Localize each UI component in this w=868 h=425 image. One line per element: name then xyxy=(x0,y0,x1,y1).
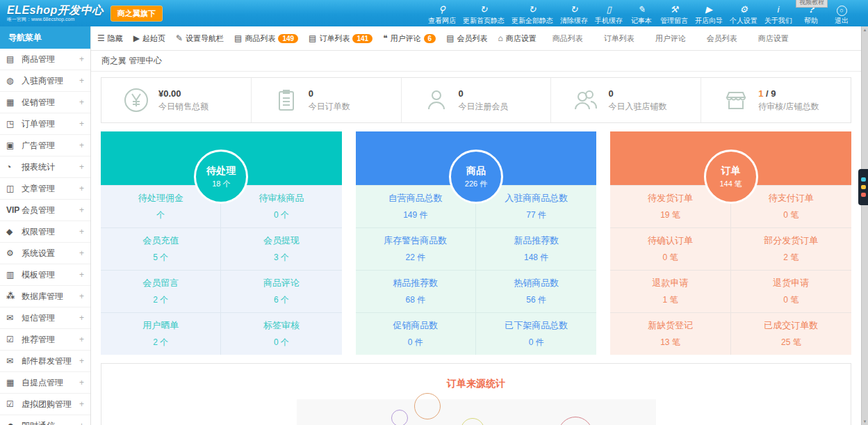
expand-plus-icon[interactable]: + xyxy=(79,205,84,215)
manage-messages-wrench-icon[interactable]: ⚒ 管理留言 xyxy=(657,1,691,26)
open-tab[interactable]: 会员列表 xyxy=(707,33,737,44)
card-cell[interactable]: 新品推荐数 148 件 xyxy=(476,227,596,270)
expand-plus-icon[interactable]: + xyxy=(79,335,84,344)
cell-value: 3 个 xyxy=(274,252,289,264)
sidebar-item[interactable]: ▥ 模板管理 + xyxy=(0,264,90,286)
sidebar-item[interactable]: ☑ 推荐管理 + xyxy=(0,329,90,351)
stat-value: 0 xyxy=(608,88,666,99)
sidebar-item[interactable]: ⁂ 数据库管理 + xyxy=(0,286,90,307)
logout-power-icon[interactable]: ○ 退出 xyxy=(826,1,857,26)
expand-plus-icon[interactable]: + xyxy=(79,119,84,129)
expand-plus-icon[interactable]: + xyxy=(79,378,84,387)
toolbar-item[interactable]: ▤ 商品列表 149 xyxy=(234,33,298,44)
refresh-home-icon[interactable]: ↻ 更新首页静态 xyxy=(459,1,508,26)
toolbar-item[interactable]: ▤ 会员列表 xyxy=(446,33,487,44)
toolbar-items: ☰ 隐藏 ▶ 起始页 ✎ 设置导航栏 xyxy=(97,33,547,44)
toolbar-item[interactable]: ✎ 设置导航栏 xyxy=(176,33,224,44)
sidebar-item[interactable]: ◆ 权限管理 + xyxy=(0,221,90,243)
open-tab[interactable]: 订单列表 xyxy=(604,33,634,44)
mobile-cache-icon[interactable]: ▯ 手机缓存 xyxy=(591,1,626,26)
open-tab[interactable]: 商店设置 xyxy=(758,33,789,44)
sidebar-item[interactable]: ◍ 入驻商管理 + xyxy=(0,70,90,92)
scroll-down-arrow[interactable]: ▼ xyxy=(862,418,868,425)
refresh-all-icon[interactable]: ↻ 更新全部静态 xyxy=(508,1,557,26)
floating-service-widget[interactable] xyxy=(858,169,868,205)
sidebar-item[interactable]: ◔ 报表统计 + xyxy=(0,157,90,178)
sidebar-item[interactable]: ✉ 邮件群发管理 + xyxy=(0,351,90,372)
card-cell[interactable]: 退货申请 0 笔 xyxy=(731,270,851,312)
expand-plus-icon[interactable]: + xyxy=(79,270,84,280)
expand-plus-icon[interactable]: + xyxy=(79,162,84,172)
recommend-check-icon: ☑ xyxy=(6,335,22,344)
sidebar-item[interactable]: ⚙ 系统设置 + xyxy=(0,243,90,264)
sidebar-item[interactable]: ▣ 广告管理 + xyxy=(0,135,90,157)
expand-plus-icon[interactable]: + xyxy=(79,227,84,236)
card-cell[interactable]: 精品推荐数 68 件 xyxy=(356,270,476,312)
cell-value: 0 笔 xyxy=(783,294,799,306)
toolbar-item[interactable]: ⌂ 商店设置 xyxy=(498,33,537,44)
card-cell[interactable]: 会员充值 5 个 xyxy=(101,227,221,270)
toolbar-item-label: 商店设置 xyxy=(506,33,537,44)
expand-plus-icon[interactable]: + xyxy=(79,184,84,193)
expand-plus-icon[interactable]: + xyxy=(79,141,84,150)
card-cell[interactable]: 库存警告商品数 22 件 xyxy=(356,227,476,270)
card-cell[interactable]: 已下架商品总数 0 件 xyxy=(476,312,596,355)
expand-plus-icon[interactable]: + xyxy=(79,76,84,86)
card-cell[interactable]: 用户晒单 2 个 xyxy=(101,312,221,355)
sidebar-item[interactable]: ☑ 虚拟团购管理 + xyxy=(0,394,90,415)
expand-plus-icon[interactable]: + xyxy=(79,248,84,258)
expand-plus-icon[interactable]: + xyxy=(79,54,84,64)
cell-value: 13 笔 xyxy=(660,337,680,348)
card-cell[interactable]: 商品评论 6 个 xyxy=(221,270,341,312)
expand-plus-icon[interactable]: + xyxy=(79,97,84,107)
card-cell[interactable]: 促销商品数 0 件 xyxy=(356,312,476,355)
card-cell[interactable]: 会员提现 3 个 xyxy=(221,227,341,270)
sidebar-item[interactable]: VIP 会员管理 + xyxy=(0,200,90,221)
card-cell[interactable]: 标签审核 0 个 xyxy=(221,312,341,355)
database-share-icon: ⁂ xyxy=(6,291,22,301)
vertical-scrollbar[interactable]: ▲ ▼ xyxy=(861,26,868,425)
card-cell[interactable]: 新缺货登记 13 笔 xyxy=(610,312,730,355)
cell-value: 0 个 xyxy=(274,209,289,221)
nav-item-label: 关于我们 xyxy=(764,16,792,26)
expand-plus-icon[interactable]: + xyxy=(79,356,84,366)
hide-icon: ☰ xyxy=(97,33,105,43)
card-cell[interactable]: 热销商品数 56 件 xyxy=(476,270,596,312)
open-tab[interactable]: 用户评论 xyxy=(655,33,686,44)
shop-wizard-play-icon[interactable]: ▶ 开店向导 xyxy=(691,1,726,26)
notepad-icon[interactable]: ✎ 记事本 xyxy=(626,1,657,26)
clear-cache-icon[interactable]: ↻ 清除缓存 xyxy=(557,1,591,26)
about-us-info-icon[interactable]: i 关于我们 xyxy=(761,1,796,26)
view-shop-search-icon[interactable]: ⚲ 查看网店 xyxy=(425,1,459,26)
sidebar-item[interactable]: ◫ 文章管理 + xyxy=(0,178,90,200)
toolbar-item[interactable]: ❝ 用户评论 6 xyxy=(383,33,436,44)
sidebar-item[interactable]: ▦ 自提点管理 + xyxy=(0,372,90,394)
nav-item-label: 管理留言 xyxy=(660,16,688,26)
card-cell[interactable]: 会员留言 2 个 xyxy=(101,270,221,312)
quick-toolbar: ☰ 隐藏 ▶ 起始页 ✎ 设置导航栏 xyxy=(90,26,862,51)
scroll-up-arrow[interactable]: ▲ xyxy=(862,26,868,33)
toolbar-item[interactable]: ▤ 订单列表 141 xyxy=(309,33,372,44)
personal-settings-gear-icon[interactable]: ⚙ 个人设置 xyxy=(726,1,761,26)
nav-icon: i xyxy=(764,3,792,15)
open-tab[interactable]: 商品列表 xyxy=(552,33,583,44)
shop-settings-icon: ⌂ xyxy=(498,33,503,43)
card-cell[interactable]: 待确认订单 0 笔 xyxy=(610,227,730,270)
expand-plus-icon[interactable]: + xyxy=(79,399,84,409)
card-cell[interactable]: 部分发货订单 2 笔 xyxy=(731,227,851,270)
toolbar-item[interactable]: ☰ 隐藏 xyxy=(97,33,123,44)
expand-plus-icon[interactable]: + xyxy=(79,313,84,323)
toolbar-item[interactable]: ▶ 起始页 xyxy=(133,33,165,44)
sidebar-item[interactable]: ◳ 订单管理 + xyxy=(0,113,90,135)
sidebar-item[interactable]: ▤ 商品管理 + xyxy=(0,49,90,70)
sidebar-item[interactable]: ✉ 短信管理 + xyxy=(0,307,90,329)
sidebar-item[interactable]: ▦ 促销管理 + xyxy=(0,92,90,113)
sidebar-item[interactable]: ☻ 即时通信 + xyxy=(0,415,90,425)
toolbar-item-label: 订单列表 xyxy=(319,33,350,44)
card-cell[interactable]: 退款申请 1 笔 xyxy=(610,270,730,312)
expand-plus-icon[interactable]: + xyxy=(79,421,84,425)
card-cell[interactable]: 已成交订单数 25 笔 xyxy=(731,312,851,355)
cell-label: 新缺货登记 xyxy=(648,319,693,332)
expand-plus-icon[interactable]: + xyxy=(79,291,84,301)
summary-cards: 待处理 18 个 待处理佣金 个 待审核商品 0 个 xyxy=(101,131,851,355)
